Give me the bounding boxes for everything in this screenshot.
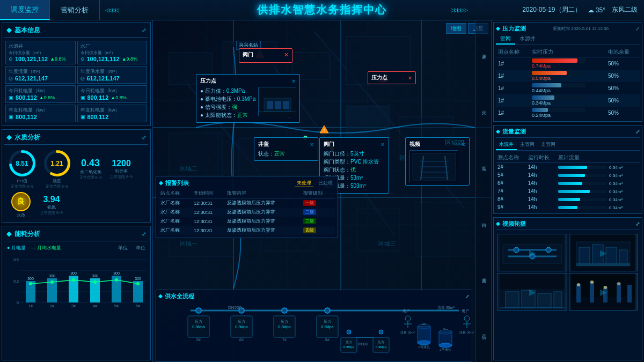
pressure-bar-3: [532, 95, 586, 100]
svg-text:0.3Mpa: 0.3Mpa: [235, 325, 247, 329]
close-well[interactable]: ✕: [310, 142, 314, 147]
thumb-3-svg: [571, 273, 635, 311]
alert-tab-pending[interactable]: 未处理: [295, 180, 313, 187]
svg-point-29: [136, 282, 140, 285]
alert-header-row: 站点名称 开始时间 报警内容 报警级别: [159, 189, 335, 198]
svg-rect-61: [357, 208, 400, 251]
pressure-info: ● 压力值：0.3MPa ● 蓄电池电压：0.3MPa ● 信号强度：强 ● 太…: [200, 87, 255, 120]
quality-level-badge: 良: [11, 192, 31, 211]
title-icon-p: [496, 27, 500, 31]
valve-popup-1: 阀门 ✕: [239, 48, 292, 63]
expand-wq[interactable]: ⤢: [142, 135, 146, 141]
flow-table-body: 2# 14h 0.34m³ 5# 14h: [496, 163, 640, 212]
energy-title: 能耗分析 ⤢: [4, 228, 148, 241]
col-level: 报警级别: [302, 189, 335, 198]
svg-text:压力: 压力: [346, 341, 352, 344]
svg-point-121: [405, 316, 411, 321]
svg-text:6#: 6#: [136, 304, 140, 308]
svg-rect-163: [576, 284, 581, 302]
svg-rect-62: [416, 203, 475, 256]
close-pressure1[interactable]: ✕: [291, 78, 296, 84]
title-icon-wq: [6, 135, 12, 141]
expand-basic-info[interactable]: ⤢: [142, 27, 146, 33]
svg-text:2号液位: 2号液位: [440, 348, 451, 351]
close-valve2[interactable]: ✕: [380, 142, 385, 147]
tab-marketing[interactable]: 营销分析: [50, 0, 100, 20]
pressure-tab-pipe[interactable]: 管网: [496, 34, 515, 45]
svg-rect-113: [341, 337, 357, 352]
right-column: 压力监测 采集时间 2020-5-01 12:12:30 ⤢ 管网 水源井 测点…: [491, 20, 644, 362]
alert-tabs: 未处理 已处理: [295, 180, 335, 187]
tab-dispatch[interactable]: 调度监控: [0, 0, 50, 20]
svg-point-146: [546, 247, 551, 253]
svg-text:3m: 3m: [422, 322, 426, 326]
deco-arrows-right: ▷▷▷▷▷: [451, 7, 467, 13]
flow-fill-4: [558, 198, 580, 201]
alert-row-0: 水厂名称 12:30:31 反渗透膜前后压力异常 一级: [159, 198, 335, 208]
svg-point-170: [604, 286, 607, 289]
info-card-7: 年度耗电量（kw） ▣ 800,112: [77, 105, 148, 122]
expand-pressure[interactable]: ⤢: [635, 26, 640, 32]
flow-fill-3: [558, 190, 590, 193]
pressure-table-head: 测点名称 实时压力 电池余量: [496, 47, 640, 57]
svg-rect-158: [538, 293, 551, 308]
video-thumb-3[interactable]: [569, 273, 639, 311]
svg-text:0.3Mpa: 0.3Mpa: [278, 325, 290, 329]
close-pressure2[interactable]: ✕: [408, 75, 412, 81]
info-card-4: 今日耗电量（kw） ▣ 800,112 ▲0.8%: [5, 85, 76, 103]
pressure-tab-source[interactable]: 水源井: [515, 34, 540, 45]
warning-svg-3: !: [319, 125, 329, 134]
video-panel-header: 视频轮播 ⤢: [496, 220, 640, 230]
ph-circle: 8.51: [8, 149, 37, 178]
expand-video[interactable]: ⤢: [635, 221, 640, 227]
svg-text:区域二: 区域二: [180, 165, 197, 172]
top-bar: 调度监控 营销分析 ◁◁◁◁ 供排水智慧水务指挥中心 ▷▷▷▷▷ 2020-05…: [0, 0, 644, 20]
expand-energy[interactable]: ⤢: [142, 231, 146, 237]
alert-tab-done[interactable]: 已处理: [316, 180, 335, 187]
svg-text:区域一: 区域一: [180, 240, 197, 247]
svg-text:3m: 3m: [443, 328, 448, 331]
svg-text:压力: 压力: [324, 320, 331, 323]
ph-gauge: 8.51 PH值 正常范围 8~9: [6, 149, 38, 189]
svg-point-112: [347, 330, 351, 334]
supply-flow-svg: DN500 流量 30m³ 压力 0.3Mpa 5# 压力: [158, 302, 491, 356]
pressure-fill-0: [532, 58, 577, 63]
alert-row-1: 水厂名称 12:30:31 反渗透膜前后压力异常 二级: [159, 208, 335, 217]
flow-fill-1: [558, 174, 585, 177]
svg-text:流量 30m³: 流量 30m³: [400, 330, 415, 334]
flow-tab-1[interactable]: 主管网: [517, 140, 538, 150]
svg-text:2#: 2#: [50, 304, 54, 308]
svg-text:用户: 用户: [462, 309, 469, 313]
alert-header: 报警列表 未处理 已处理: [159, 179, 335, 187]
svg-rect-157: [522, 290, 535, 308]
supply-flow-header: 供水全流程 ⤢: [158, 292, 470, 300]
svg-text:0.3Mpa: 0.3Mpa: [321, 325, 333, 329]
flow-tab-2[interactable]: 支管网: [538, 140, 559, 150]
close-valve1[interactable]: ✕: [284, 51, 289, 58]
expand-supply[interactable]: ⤢: [465, 294, 470, 299]
page-title: 供排水智慧水务指挥中心: [257, 3, 387, 17]
svg-text:!: !: [324, 128, 325, 132]
svg-text:压力: 压力: [378, 341, 384, 344]
svg-text:0.5: 0.5: [13, 258, 19, 262]
map-btn-map[interactable]: 地图: [446, 23, 466, 34]
quality-badge: 良 水质: [6, 192, 35, 218]
svg-point-145: [530, 254, 535, 259]
expand-flow[interactable]: ⤢: [635, 129, 640, 135]
video-thumb-2[interactable]: [497, 273, 567, 311]
pressure-header-row: 测点名称 实时压力 电池余量: [496, 47, 640, 57]
svg-text:流量 30m³: 流量 30m³: [437, 306, 455, 309]
pressure-bar-4: [532, 108, 586, 112]
title-icon-v: [496, 222, 500, 226]
alert-row-3: 水厂名称 12:30:31 反渗透膜前后压力异常 四级: [159, 226, 335, 235]
center-column: 区域一 区域二 区域三 区域四 地图 卫星 水源井 水厂 泵站 阀门 测: [153, 20, 491, 362]
title-icon: [6, 28, 12, 33]
alert-row-2: 水厂名称 12:30:31 反渗透膜前后压力异常 三级: [159, 217, 335, 226]
video-thumb-0[interactable]: [497, 234, 567, 271]
energy-legend: ● 月电量 — 月均水电量 单位 单位: [4, 243, 148, 253]
flow-tab-0[interactable]: 水源井: [496, 140, 517, 150]
svg-point-169: [590, 280, 594, 284]
map-area[interactable]: 区域一 区域二 区域三 区域四 地图 卫星 水源井 水厂 泵站 阀门 测: [153, 20, 491, 362]
video-thumb-1[interactable]: [569, 234, 639, 271]
flow-bar-2: [558, 182, 606, 185]
